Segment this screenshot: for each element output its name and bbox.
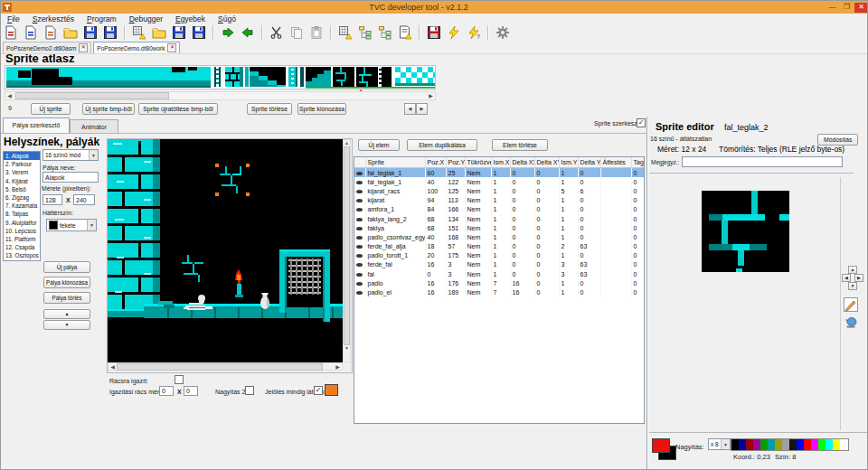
save-binary-icon[interactable] [425,24,443,41]
element-cell[interactable]: 1 [491,205,510,214]
eye-icon[interactable] [356,282,363,286]
tab-palya-szerkeszto[interactable]: Pálya szerkesztő [3,118,70,133]
element-cell[interactable]: faklya [365,223,425,232]
element-cell[interactable]: 1 [491,269,510,278]
zoom-2x-checkbox[interactable] [245,386,254,395]
menu-egyebek[interactable]: Egyebek [169,14,212,24]
element-cell[interactable]: 7 [491,287,510,296]
element-cell[interactable]: 1 [491,232,510,241]
scene-move-up-button[interactable]: ▲ [43,309,90,319]
element-cell[interactable]: 0 [631,177,644,186]
eye-cell[interactable] [354,269,365,278]
element-cell[interactable]: 3 [559,260,578,269]
element-cell[interactable]: kijarat [365,196,425,205]
save-as-icon[interactable] [101,24,119,41]
atlas-prev-button[interactable]: ◀ [404,103,416,115]
palette-color[interactable] [818,439,826,450]
element-cell[interactable]: 0 [631,214,644,223]
palette-color[interactable] [739,439,746,450]
element-cell[interactable]: Nem [465,232,491,241]
element-cell[interactable]: 63 [578,260,600,269]
element-cell[interactable]: fal [365,269,425,278]
element-cell[interactable]: 25 [446,168,465,178]
scroll-down-icon[interactable]: ▼ [344,345,350,351]
element-cell[interactable]: 0 [578,251,600,260]
settings-icon[interactable] [494,24,512,41]
element-cell[interactable]: kijarat_racs [365,186,425,195]
palette-color[interactable] [797,439,804,450]
element-cell[interactable]: 176 [446,278,465,287]
element-cell[interactable]: 1 [559,196,578,205]
column-header[interactable]: Tag [631,157,644,168]
element-row[interactable]: ferde_fal_alja1857Nem1002630 [354,242,644,251]
eye-cell[interactable] [354,287,365,296]
scene-list-item[interactable]: 13. Oszlopos [4,251,40,259]
paint-tool-icon[interactable] [844,315,858,328]
eye-cell[interactable] [354,278,365,287]
scene-button-1[interactable]: Új pálya [43,261,90,273]
element-cell[interactable]: 0 [534,205,559,214]
zoom-select[interactable]: x 8 ▼ [708,438,731,450]
element-cell[interactable]: 16 [425,287,446,296]
element-cell[interactable] [600,251,631,260]
element-cell[interactable] [600,223,631,232]
element-cell[interactable]: fal_teglak_1 [365,168,425,178]
element-row[interactable]: padlo_csontvaz_egyben40168Nem100100 [354,232,644,241]
column-header[interactable]: Sprite [365,157,425,168]
elements-table[interactable]: SpritePoz.XPoz.YTükrözveIsm.XDelta XXDel… [354,157,645,297]
element-cell[interactable]: 20 [425,251,446,260]
scene-list-item[interactable]: 11. Platform [4,235,40,243]
element-row[interactable]: ferde_fal163Nem1003630 [354,260,644,269]
element-cell[interactable]: 0 [578,232,600,241]
element-cell[interactable]: Nem [465,205,491,214]
nudge-left-icon[interactable]: ◀ [842,274,851,282]
element-cell[interactable]: 0 [631,269,644,278]
element-cell[interactable]: 68 [425,214,446,223]
element-cell[interactable]: 0 [631,196,644,205]
element-cell[interactable]: 1 [559,232,578,241]
element-cell[interactable]: 0 [534,186,559,195]
atlas-button-2[interactable]: Új sprite bmp-ből [82,103,135,115]
run-icon[interactable] [445,24,463,41]
grid-width-input[interactable] [159,386,174,396]
eye-icon[interactable] [356,263,363,267]
element-cell[interactable]: 1 [559,223,578,232]
paste-icon[interactable] [307,24,326,41]
atlas-next-button[interactable]: ▶ [416,103,428,115]
element-cell[interactable] [600,214,631,223]
element-row[interactable]: fal03Nem1003630 [354,269,644,278]
element-cell[interactable]: 16 [425,278,446,287]
element-cell[interactable]: 0 [534,232,559,241]
eye-icon[interactable] [356,254,363,258]
palette-color[interactable] [789,439,797,450]
eye-icon[interactable] [356,199,363,202]
element-cell[interactable]: 3 [559,269,578,278]
scene-move-down-button[interactable]: ▼ [43,320,90,330]
element-cell[interactable]: 0 [631,278,644,287]
nudge-up-icon[interactable]: ▲ [848,266,857,274]
color-mode-select[interactable]: 16 színű mód ▼ [42,149,99,161]
element-cell[interactable]: 0 [578,177,600,186]
atlas-button-3[interactable]: Sprite újratöltése bmp-ből [138,103,218,115]
eye-icon[interactable] [356,190,363,193]
scene-list-item[interactable]: 12. Csapda [4,243,40,251]
element-cell[interactable]: 0 [631,205,644,214]
new-cas-icon[interactable] [42,24,60,41]
element-cell[interactable] [600,186,631,195]
column-header[interactable]: Poz.Y [446,157,465,168]
element-cell[interactable]: 0 [631,251,644,260]
elements-button-2[interactable]: Elem duplikálása [407,139,477,151]
element-cell[interactable]: 125 [446,186,465,195]
menu-debugger[interactable]: Debugger [123,14,169,24]
element-cell[interactable]: 1 [559,251,578,260]
element-cell[interactable]: Nem [465,196,491,205]
scene-list-item[interactable]: 4. Kijárat [4,177,40,185]
element-row[interactable]: padlo_el16189Nem7160100 [354,287,644,296]
save-project-icon[interactable] [170,24,188,41]
element-cell[interactable]: 40 [425,232,446,241]
column-header[interactable]: Tükrözve [465,157,491,168]
scene-width-input[interactable] [42,194,62,205]
element-cell[interactable]: 3 [446,260,465,269]
element-cell[interactable]: 63 [578,242,600,251]
comment-input[interactable] [682,156,843,167]
